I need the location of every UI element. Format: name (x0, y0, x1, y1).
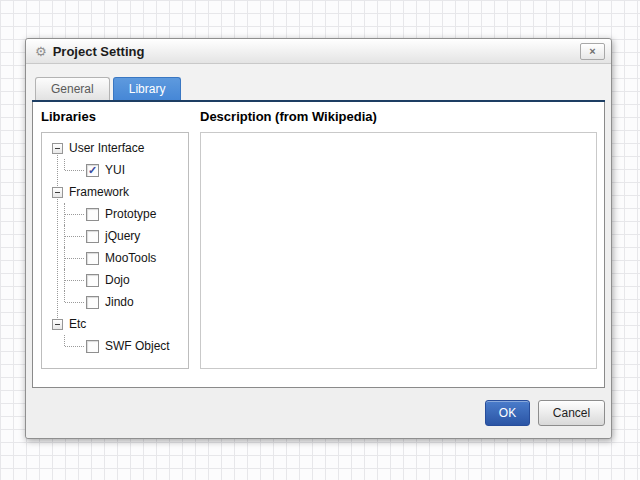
tree-item[interactable]: Prototype (42, 203, 188, 225)
tree-branch-line (64, 291, 86, 313)
project-setting-icon: ⚙ (35, 45, 47, 58)
tab-bar: General Library (26, 64, 611, 100)
checkbox[interactable] (86, 252, 99, 265)
libraries-header: Libraries (41, 109, 96, 124)
tree-item-label: Jindo (105, 295, 134, 309)
checkbox[interactable] (86, 230, 99, 243)
tree-item-label: MooTools (105, 251, 156, 265)
checkbox[interactable] (86, 340, 99, 353)
checkbox[interactable] (86, 296, 99, 309)
tree-branch-line (64, 335, 86, 357)
tree-group[interactable]: User Interface (42, 137, 188, 159)
tree-item-label: SWF Object (105, 339, 170, 353)
tree-branch-line (64, 159, 86, 181)
tree-branch-line (64, 247, 86, 269)
tree-item[interactable]: jQuery (42, 225, 188, 247)
library-tree: User Interface✓YUIFrameworkPrototypejQue… (41, 132, 189, 369)
tree-item[interactable]: MooTools (42, 247, 188, 269)
checkbox[interactable]: ✓ (86, 164, 99, 177)
tree-branch-line (64, 269, 86, 291)
tree-branch-line (64, 225, 86, 247)
tree-item[interactable]: SWF Object (42, 335, 188, 357)
collapse-icon[interactable] (52, 187, 63, 198)
tree-group[interactable]: Etc (42, 313, 188, 335)
tree-branch-line (64, 203, 86, 225)
checkbox[interactable] (86, 208, 99, 221)
dialog-footer: OK Cancel (26, 388, 611, 438)
description-header: Description (from Wikipedia) (200, 109, 377, 124)
tree-item-label: Dojo (105, 273, 130, 287)
tree-item-label: YUI (105, 163, 125, 177)
project-setting-dialog: ⚙ Project Setting × General Library Libr… (25, 38, 612, 439)
tab-general[interactable]: General (35, 77, 110, 100)
close-icon[interactable]: × (580, 43, 605, 60)
tree-group[interactable]: Framework (42, 181, 188, 203)
tree-item-label: jQuery (105, 229, 140, 243)
library-tab-panel: Libraries Description (from Wikipedia) U… (32, 102, 605, 388)
tab-library[interactable]: Library (113, 77, 182, 100)
dialog-title: Project Setting (53, 44, 145, 59)
ok-button[interactable]: OK (485, 400, 530, 426)
tree-group-label: User Interface (69, 141, 144, 155)
tree-group-label: Framework (69, 185, 129, 199)
tree-item-label: Prototype (105, 207, 156, 221)
cancel-button[interactable]: Cancel (538, 400, 605, 426)
checkbox[interactable] (86, 274, 99, 287)
collapse-icon[interactable] (52, 143, 63, 154)
description-panel[interactable] (200, 132, 597, 369)
tree-item[interactable]: Dojo (42, 269, 188, 291)
collapse-icon[interactable] (52, 319, 63, 330)
tree-item[interactable]: Jindo (42, 291, 188, 313)
tree-item[interactable]: ✓YUI (42, 159, 188, 181)
grid-background: { "dialog": { "title": "Project Setting"… (0, 0, 640, 480)
dialog-titlebar[interactable]: ⚙ Project Setting × (26, 39, 611, 64)
tree-group-label: Etc (69, 317, 86, 331)
